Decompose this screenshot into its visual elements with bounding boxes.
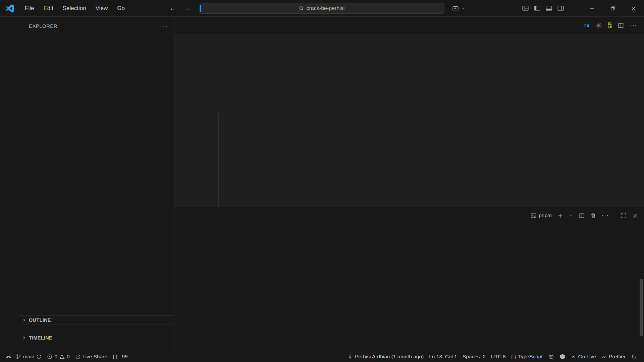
close-panel-icon[interactable] [632, 213, 638, 219]
back-button[interactable]: ← [169, 4, 176, 12]
menu-go[interactable]: Go [114, 4, 128, 13]
notifications-item[interactable] [628, 351, 639, 362]
split-terminal-icon[interactable] [579, 213, 585, 219]
toggle-sidebar-icon[interactable] [534, 5, 541, 12]
activity-bar [0, 17, 19, 351]
go-live-item[interactable]: Go Live [568, 351, 599, 362]
language-mode-item[interactable]: { } TypeScript [508, 351, 545, 362]
indentation-item[interactable]: Spaces: 2 [460, 351, 488, 362]
title-bar: FileEditSelectionViewGo ← → crack-be-per… [0, 0, 644, 17]
warning-icon [59, 354, 65, 359]
terminal-output[interactable] [174, 224, 644, 351]
explorer-actions-icon[interactable]: ··· [160, 22, 168, 29]
42crunch-item[interactable]: 4c [557, 351, 568, 362]
split-editor-icon[interactable] [618, 22, 624, 28]
remote-indicator[interactable]: >< [3, 351, 13, 362]
indent-guide [218, 113, 219, 207]
divider [615, 213, 615, 219]
commit-icon [347, 354, 353, 359]
problems-item[interactable]: 0 0 [44, 351, 72, 362]
robot-icon [548, 354, 554, 360]
broadcast-icon [571, 354, 576, 359]
git-branch-item[interactable]: main [13, 351, 45, 362]
menu-selection[interactable]: Selection [59, 4, 90, 13]
terminal-icon [531, 213, 536, 219]
cast-icon [452, 5, 459, 12]
more-actions-icon[interactable]: ··· [630, 22, 637, 28]
forward-button[interactable]: → [183, 4, 190, 12]
live-share-icon [75, 354, 80, 359]
terminal-shell-item[interactable]: pnpm [531, 213, 552, 219]
remote-window-dropdown[interactable] [452, 5, 465, 12]
search-input[interactable]: crack-be-perhisi [199, 3, 444, 14]
toggle-secondary-sidebar-icon[interactable] [557, 5, 564, 12]
toggle-panel-icon[interactable] [545, 5, 552, 12]
kilo-code-icon[interactable]: K1L0 [608, 22, 612, 28]
svg-text:4c: 4c [561, 355, 564, 358]
live-share-item[interactable]: Live Share [72, 351, 110, 362]
chevron-down-icon [461, 6, 465, 10]
typescript-status-icon[interactable]: TS [584, 23, 589, 28]
qodo-icon[interactable] [595, 22, 602, 29]
maximize-panel-icon[interactable] [621, 213, 627, 219]
code-editor[interactable] [174, 45, 644, 207]
kill-terminal-icon[interactable] [590, 213, 596, 219]
encoding-item[interactable]: UTF-8 [488, 351, 508, 362]
cursor-position-item[interactable]: Ln 13, Col 1 [426, 351, 460, 362]
search-icon [299, 6, 304, 11]
search-value: crack-be-perhisi [307, 5, 345, 11]
braces-icon: { } [511, 354, 516, 360]
minimize-button[interactable] [582, 0, 602, 16]
outline-section[interactable]: OUTLINE [19, 315, 174, 324]
menu-bar: FileEditSelectionViewGo [21, 4, 128, 13]
editor-region: TS K1L0 ··· [174, 17, 644, 351]
vscode-window: FileEditSelectionViewGo ← → crack-be-per… [0, 0, 644, 362]
copilot-item[interactable] [545, 351, 557, 362]
customize-layout-icon[interactable] [522, 5, 529, 12]
text-caret [200, 5, 201, 12]
explorer-sidebar: EXPLORER ··· OUTLINE TIMELINE [19, 17, 174, 351]
menu-view[interactable]: View [92, 4, 111, 13]
git-blame-item[interactable]: Perhisi Ardhian (1 month ago) [345, 351, 426, 362]
hexagon-4c-icon: 4c [559, 354, 566, 360]
timeline-section[interactable]: TIMELINE [19, 324, 174, 351]
bottom-panel: pnpm ··· [174, 207, 644, 351]
new-terminal-icon[interactable] [557, 213, 563, 219]
bell-icon [631, 354, 637, 360]
explorer-title: EXPLORER [29, 23, 57, 29]
panel-more-icon[interactable]: ··· [602, 213, 609, 219]
chevron-right-icon [21, 317, 29, 323]
breadcrumb [174, 34, 644, 45]
braces-counter-item[interactable]: {.} : 99 [110, 351, 130, 362]
error-icon [47, 354, 52, 359]
terminal-dropdown-icon[interactable] [569, 213, 573, 219]
terminal-scrollbar[interactable] [640, 279, 643, 336]
close-window-button[interactable] [623, 0, 644, 16]
vscode-logo [5, 4, 14, 13]
restore-button[interactable] [602, 0, 623, 16]
branch-icon [16, 354, 21, 359]
menu-file[interactable]: File [21, 4, 37, 13]
sync-icon [36, 354, 42, 359]
chevron-right-icon [21, 335, 29, 341]
double-check-icon [601, 354, 607, 359]
file-tree [19, 35, 174, 334]
menu-edit[interactable]: Edit [40, 4, 56, 13]
tab-bar: TS K1L0 ··· [174, 17, 644, 34]
prettier-item[interactable]: Prettier [599, 351, 628, 362]
status-bar: >< main 0 0 Live Share {.} : 99 Perhisi … [0, 351, 644, 362]
